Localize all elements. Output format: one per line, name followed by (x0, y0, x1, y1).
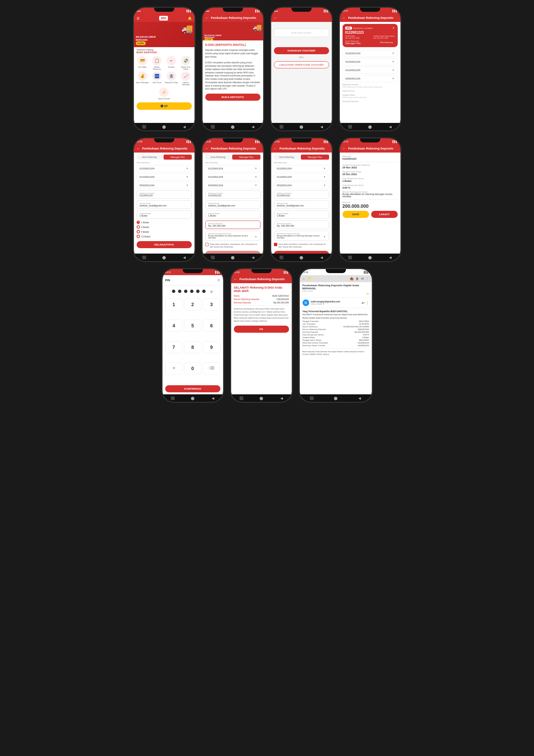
nav-circle-4[interactable]: ⬤ (367, 124, 373, 129)
checkbox-box-6[interactable] (205, 243, 209, 246)
pin-key-clear[interactable]: ✕ (165, 362, 183, 374)
pin-key-5[interactable]: 5 (184, 320, 202, 332)
nav-squares-3[interactable]: ⬛ (279, 124, 284, 129)
icon-deposito[interactable]: 🏦 Deposito D-Digi (165, 71, 178, 86)
pin-key-0[interactable]: 0 (184, 362, 202, 374)
email-more2-icon[interactable]: ⋮ (366, 301, 369, 305)
tab-tabungan-6[interactable]: Tabungan Plus (232, 155, 260, 160)
nav-circle-2[interactable]: ⬤ (230, 124, 236, 129)
checkbox-box-7[interactable]: ✓ (274, 243, 277, 246)
acc7-2[interactable]: 0122001225 ▼ (274, 173, 329, 180)
checkbox-syarat-7[interactable]: ✓ Saya telah membaca, memahami, dan meny… (274, 243, 329, 249)
nav-ci8[interactable]: ⬤ (367, 255, 373, 260)
back-button-3[interactable]: ← (274, 16, 278, 20)
nav-ci9[interactable]: ⬤ (190, 395, 195, 401)
nav-sq11[interactable]: ⬛ (309, 395, 314, 401)
nav-sq7[interactable]: ⬛ (279, 255, 284, 260)
field7-email[interactable]: Alamat Email santoso_budi@gmail.com (274, 200, 329, 209)
field6-metode[interactable]: Metode Pembayaran Bunga Bunga dikreditka… (205, 231, 260, 241)
acc6-1[interactable]: 0122001224 ▼ (205, 165, 260, 172)
nav-sq8[interactable]: ⬛ (347, 255, 353, 260)
icon-fapresi[interactable]: 📈 Fapresi Tabungan (179, 71, 192, 86)
pin-key-9[interactable]: 9 (203, 341, 220, 353)
tab-jenis[interactable]: Jenis Rekening (137, 155, 162, 160)
lanjut-btn-7[interactable]: LANJUT (274, 251, 329, 254)
nav-squares[interactable]: ⬛ (141, 124, 147, 129)
nav-ci6[interactable]: ⬤ (230, 255, 236, 260)
acc-item-4[interactable]: 0532001234 ▼ (343, 75, 398, 82)
email-mail-icon[interactable]: ✉ (361, 277, 364, 281)
nav-ci11[interactable]: ⬤ (333, 395, 338, 401)
nav-sq5[interactable]: ⬛ (141, 255, 147, 260)
radio-6bulan[interactable]: 6 Bulan (137, 230, 192, 233)
nav-tr7[interactable]: ◀ (319, 255, 324, 260)
radio-1bulan[interactable]: 1 Bulan (137, 221, 192, 224)
acc5-1[interactable]: 0122001224 ▼ (137, 165, 192, 172)
nav-sq10[interactable]: ⬛ (239, 395, 244, 401)
nav-triangle-4[interactable]: ◀ (388, 124, 393, 129)
tanpa-voucher-btn[interactable]: LANJUTKAN TANPA KODE VOUCHER (274, 61, 329, 68)
pin-key-3[interactable]: 3 (203, 298, 220, 310)
tab-jenis-6[interactable]: Jenis Rekening (205, 155, 231, 160)
pin-key-4[interactable]: 4 (165, 320, 183, 332)
gunakan-voucher-btn[interactable]: GUNAKAN VOUCHER (274, 47, 329, 54)
nav-tr8[interactable]: ◀ (388, 255, 393, 260)
ok-btn[interactable]: OK (234, 326, 289, 333)
nav-triangle[interactable]: ◀ (182, 124, 187, 129)
field7-metode[interactable]: Metode Pembayaran Bunga Bunga dikreditka… (274, 231, 329, 241)
icon-transfer[interactable]: ↔️ Transfer (165, 56, 178, 70)
konfirmasi-btn[interactable]: KONFIRMASI (165, 385, 220, 392)
acc-item-1[interactable]: 0122001223 ▼ (343, 50, 398, 57)
back-button-5[interactable]: ← (137, 146, 140, 151)
acc7-1[interactable]: 0122001224 ▼ (274, 165, 329, 172)
pin-key-backspace[interactable]: ⌫ (203, 362, 220, 374)
nav-sq6[interactable]: ⬛ (210, 255, 215, 260)
nav-triangle-3[interactable]: ◀ (319, 124, 324, 129)
checkbox-syarat-6[interactable]: Saya telah membaca, memahami, dan menyet… (205, 243, 260, 249)
acc-item-3[interactable]: 0122001225 ▼ (343, 67, 398, 74)
back-button-2[interactable]: ← (205, 16, 209, 20)
nav-tr9[interactable]: ◀ (210, 395, 216, 401)
nav-triangle-2[interactable]: ◀ (250, 124, 256, 129)
nav-sq9[interactable]: ⬛ (170, 395, 175, 401)
field7-nominal[interactable]: Nominal Deposito Rp. 200.000.000 (274, 221, 329, 229)
back-button-8[interactable]: ← (343, 146, 346, 151)
pilih-rekening-btn[interactable]: Pilih Rekening (378, 40, 395, 44)
save-btn[interactable]: SAVE (343, 211, 369, 218)
acc6-3[interactable]: 0532001234 ▼ (205, 182, 260, 189)
nav-ci5[interactable]: ⬤ (162, 255, 167, 260)
lanjut-btn-8[interactable]: LANJUT (371, 211, 398, 218)
tab-jenis-7[interactable]: Jenis Rekening (274, 155, 299, 160)
email-reply-icon[interactable]: ↩ (362, 301, 364, 305)
field6-nominal[interactable]: Nominal Deposito Rp. 200.000.000 (205, 221, 260, 229)
dropdown-icon[interactable]: ▼ (392, 27, 395, 30)
voucher-input[interactable]: Kode kode voucher (274, 29, 329, 37)
field6-email[interactable]: Alamat Email santoso_budi@gmail.com (205, 200, 260, 209)
radio-12bulan[interactable]: 12 Bulan (137, 235, 192, 238)
icon-tarik[interactable]: 🏧 Tarik Tunai (150, 71, 164, 86)
back-button-6[interactable]: ← (205, 146, 209, 151)
nav-tr5[interactable]: ◀ (182, 255, 187, 260)
pin-key-2[interactable]: 2 (184, 298, 202, 310)
tab-tabungan-7[interactable]: Tabungan Plus (301, 155, 329, 160)
nav-squares-4[interactable]: ⬛ (347, 124, 353, 129)
nav-tr11[interactable]: ◀ (357, 395, 362, 401)
pin-key-8[interactable]: 8 (184, 341, 202, 353)
nav-tr6[interactable]: ◀ (250, 255, 256, 260)
acc-item-2[interactable]: 0122001224 ▼ (343, 58, 398, 65)
email-back-icon[interactable]: ← (302, 277, 306, 281)
acc5-3[interactable]: 0532001234 ▼ (137, 182, 192, 189)
acc5-2[interactable]: 0122001225 ▼ (137, 173, 192, 180)
nav-ci10[interactable]: ⬤ (259, 395, 264, 401)
nav-ci7[interactable]: ⬤ (299, 255, 304, 260)
acc6-2[interactable]: 0122001225 ▼ (205, 173, 260, 180)
acc7-3[interactable]: 0532001234 ▼ (274, 182, 329, 189)
nav-circle[interactable]: ⬤ (162, 124, 167, 129)
buka-deposito-btn[interactable]: BUKA DEPOSITO (205, 94, 260, 101)
tab-tabungan[interactable]: Tabungan Plus (164, 155, 192, 160)
radio-3bulan[interactable]: 3 Bulan (137, 225, 192, 229)
icon-quick-transfer[interactable]: ⚡ Quick Transfer (158, 88, 170, 100)
nav-tr10[interactable]: ◀ (279, 395, 284, 401)
field5-jangka[interactable]: Jangka Waktu 1 Bulan (137, 210, 192, 219)
pin-eye-icon[interactable]: 👁 (210, 290, 214, 294)
